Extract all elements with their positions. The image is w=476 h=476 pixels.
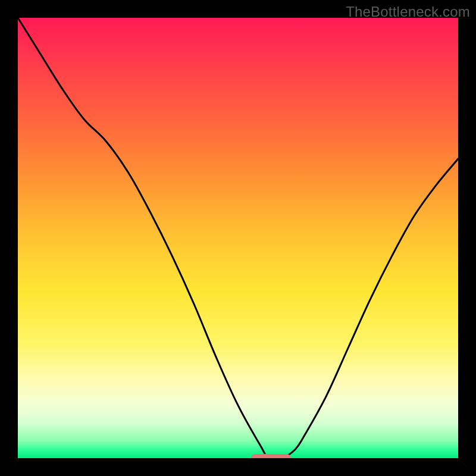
chart-frame: TheBottleneck.com [0, 0, 476, 476]
optimal-range-marker [251, 454, 291, 458]
curve-svg [18, 18, 458, 458]
bottleneck-curve [18, 18, 458, 458]
plot-area [18, 18, 458, 458]
